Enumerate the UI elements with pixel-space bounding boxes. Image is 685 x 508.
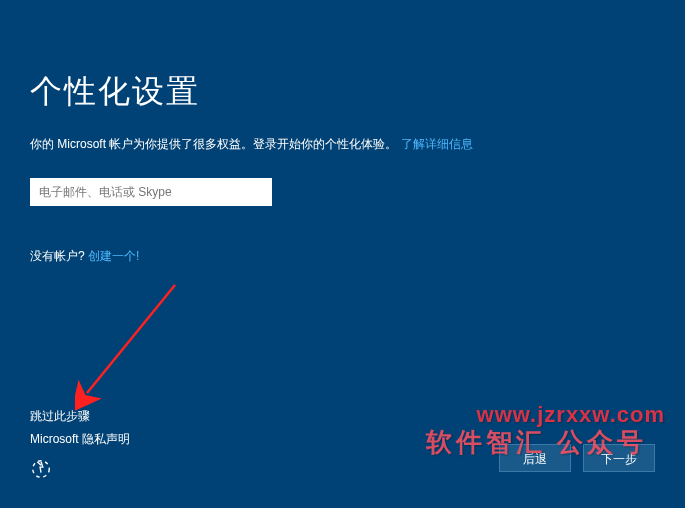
email-input[interactable] <box>30 178 272 206</box>
main-content: 个性化设置 你的 Microsoft 帐户为你提供了很多权益。登录开始你的个性化… <box>0 0 685 265</box>
accessibility-icon[interactable] <box>30 458 52 480</box>
no-account-label: 没有帐户? <box>30 249 88 263</box>
subtitle-prefix: 你的 Microsoft 帐户为你提供了很多权益。登录开始你的个性化体验。 <box>30 137 397 151</box>
create-account-link[interactable]: 创建一个! <box>88 249 139 263</box>
subtitle-text: 你的 Microsoft 帐户为你提供了很多权益。登录开始你的个性化体验。 了解… <box>30 136 655 153</box>
page-title: 个性化设置 <box>30 70 655 114</box>
annotation-arrow <box>75 275 195 415</box>
no-account-row: 没有帐户? 创建一个! <box>30 248 655 265</box>
watermark-text: 软件智汇 公众号 <box>426 425 647 460</box>
svg-line-0 <box>87 285 175 393</box>
learn-more-link[interactable]: 了解详细信息 <box>401 137 473 151</box>
